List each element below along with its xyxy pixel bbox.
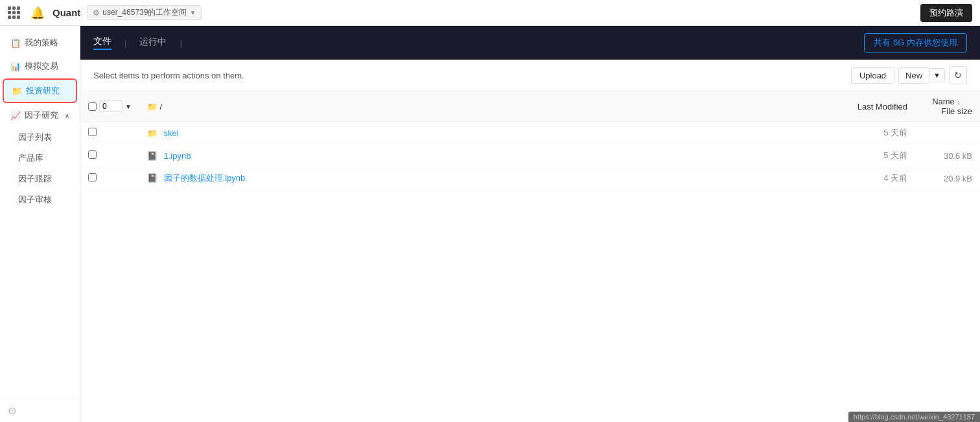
check-select-area: ▼ [88, 100, 132, 112]
app-name: Quant [52, 7, 80, 18]
workspace-selector[interactable]: ⚙ user_465739的工作空间 ▼ [87, 5, 202, 20]
sidebar: 📋 我的策略 📊 模拟交易 📁 投资研究 📈 因子研究 ∧ 因子列表 产品库 因… [0, 26, 80, 422]
row-checkbox[interactable] [88, 173, 97, 182]
sidebar-item-factor-review[interactable]: 因子审核 [10, 189, 80, 210]
file-name-link[interactable]: 因子的数据处理.ipynb [164, 173, 246, 183]
row-size-cell: 30.6 kB [915, 145, 980, 167]
dropdown-arrow-icon: ▼ [933, 71, 940, 79]
table-header: ▼ 📁 / Last Modified Name ↓ [80, 91, 980, 122]
sidebar-item-label: 我的策略 [25, 37, 58, 49]
trading-icon: 📊 [10, 62, 21, 71]
row-checkbox[interactable] [88, 128, 97, 136]
modified-value: 5 天前 [883, 128, 907, 137]
sub-item-label: 产品库 [18, 152, 43, 164]
research-icon: 📁 [12, 86, 22, 96]
row-name-cell: 📁 skel [139, 122, 824, 145]
sidebar-item-factor-tracking[interactable]: 因子跟踪 [10, 169, 80, 189]
header-checkbox-cell: ▼ [80, 91, 139, 122]
factor-submenu: 因子列表 产品库 因子跟踪 因子审核 [0, 127, 80, 210]
file-manager-header: 文件 | 运行中 | 共有 6G 内存供您使用 [80, 26, 980, 60]
cog-icon: ⚙ [93, 8, 100, 18]
factor-icon: 📈 [10, 111, 21, 121]
file-list: 📁 skel 5 天前 [80, 122, 980, 190]
row-modified-cell: 4 天前 [824, 167, 915, 190]
sidebar-item-simulated-trading[interactable]: 📊 模拟交易 [3, 55, 77, 77]
chevron-down-icon: ▼ [189, 9, 196, 16]
row-checkbox[interactable] [88, 150, 97, 159]
notebook-icon: 📓 [147, 151, 158, 161]
row-modified-cell: 5 天前 [824, 145, 915, 167]
sidebar-item-product-library[interactable]: 产品库 [10, 148, 80, 169]
size-value: 30.6 kB [944, 151, 972, 161]
name-sort-label[interactable]: Name [932, 97, 955, 106]
tab-divider2: | [180, 38, 181, 48]
row-checkbox-cell [80, 167, 139, 190]
fm-tabs: 文件 | 运行中 | [93, 36, 182, 50]
main-content: 文件 | 运行中 | 共有 6G 内存供您使用 Select items to … [80, 26, 980, 422]
tab-running[interactable]: 运行中 [139, 36, 167, 49]
sort-arrow-icon: ↓ [957, 98, 961, 106]
row-name-cell: 📓 1.ipynb [139, 145, 824, 167]
file-browser: Select items to perform actions on them.… [80, 60, 980, 422]
sidebar-item-investment-research[interactable]: 📁 投资研究 [3, 78, 77, 103]
header-last-modified[interactable]: Last Modified [824, 91, 915, 122]
sidebar-item-label: 因子研究 [25, 110, 58, 121]
collapse-sidebar-button[interactable]: ⊙ [0, 399, 80, 422]
file-name-link[interactable]: 1.ipynb [164, 151, 191, 161]
table-row: 📁 skel 5 天前 [80, 122, 980, 145]
directory-icon: 📁 [147, 128, 158, 138]
row-checkbox-cell [80, 122, 139, 145]
notebook-icon: 📓 [147, 173, 158, 183]
table-row: 📓 1.ipynb 5 天前 30.6 kB [80, 145, 980, 167]
storage-button[interactable]: 共有 6G 内存供您使用 [864, 33, 967, 53]
refresh-icon: ↻ [954, 70, 962, 80]
sidebar-item-my-strategy[interactable]: 📋 我的策略 [3, 32, 77, 54]
nav-left: 🔔 Quant ⚙ user_465739的工作空间 ▼ [8, 5, 202, 20]
sub-item-label: 因子审核 [18, 194, 52, 205]
row-name-cell: 📓 因子的数据处理.ipynb [139, 167, 824, 190]
tab-divider: | [124, 38, 126, 48]
row-size-cell: 20.9 kB [915, 167, 980, 190]
new-button[interactable]: New [898, 67, 929, 84]
file-toolbar: Select items to perform actions on them.… [80, 60, 980, 91]
sidebar-item-factor-research[interactable]: 📈 因子研究 ∧ [3, 104, 77, 126]
refresh-button[interactable]: ↻ [949, 66, 967, 84]
top-navigation: 🔔 Quant ⚙ user_465739的工作空间 ▼ 预约路演 [0, 0, 980, 26]
upload-button[interactable]: Upload [851, 67, 894, 84]
strategy-icon: 📋 [10, 38, 21, 48]
sidebar-item-label: 模拟交易 [25, 60, 58, 72]
select-dropdown-arrow-icon[interactable]: ▼ [125, 103, 132, 110]
file-size-label: File size [941, 106, 972, 116]
new-dropdown-button[interactable]: ▼ [929, 68, 945, 82]
main-layout: 📋 我的策略 📊 模拟交易 📁 投资研究 📈 因子研究 ∧ 因子列表 产品库 因… [0, 26, 980, 422]
table-row: 📓 因子的数据处理.ipynb 4 天前 20.9 kB [80, 167, 980, 190]
size-value: 20.9 kB [944, 174, 972, 183]
sub-item-label: 因子跟踪 [18, 173, 52, 185]
current-path[interactable]: / [160, 102, 163, 111]
header-name-path-cell: 📁 / [139, 91, 824, 122]
url-bar: https://blog.csdn.net/weixin_43271187 [848, 412, 980, 422]
sidebar-item-label: 投资研究 [26, 85, 60, 97]
expand-icon: ∧ [65, 112, 69, 119]
select-count-input[interactable] [99, 100, 122, 112]
header-file-size: Name ↓ File size [915, 91, 980, 122]
sidebar-item-factor-list[interactable]: 因子列表 [10, 127, 80, 148]
row-checkbox-cell [80, 145, 139, 167]
row-modified-cell: 5 天前 [824, 122, 915, 145]
new-button-group: New ▼ [898, 67, 945, 84]
workspace-label: user_465739的工作空间 [102, 7, 187, 18]
sub-item-label: 因子列表 [18, 132, 52, 143]
modified-value: 5 天前 [883, 150, 907, 160]
toolbar-actions: Upload New ▼ ↻ [851, 66, 967, 84]
last-modified-label: Last Modified [858, 102, 907, 111]
toolbar-message: Select items to perform actions on them. [93, 71, 244, 80]
modified-value: 4 天前 [883, 173, 907, 183]
file-table: ▼ 📁 / Last Modified Name ↓ [80, 91, 980, 190]
logo-icon: 🔔 [30, 6, 45, 20]
row-size-cell [915, 122, 980, 145]
grid-menu-icon[interactable] [8, 6, 20, 19]
file-name-link[interactable]: skel [164, 128, 179, 138]
demo-button[interactable]: 预约路演 [920, 4, 972, 22]
tab-files[interactable]: 文件 [93, 36, 111, 50]
select-all-checkbox[interactable] [88, 102, 97, 111]
